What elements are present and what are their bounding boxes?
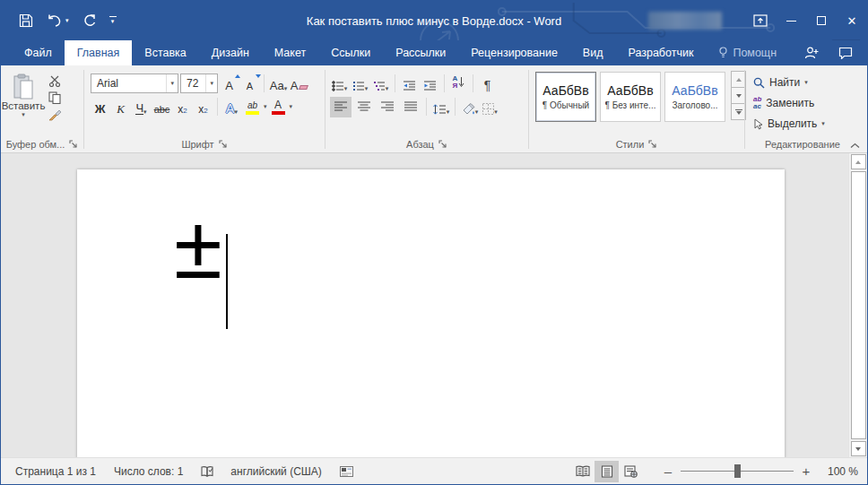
styles-dialog-launcher[interactable] bbox=[648, 140, 657, 149]
document-area[interactable]: ± bbox=[1, 153, 867, 457]
collapse-ribbon-button[interactable] bbox=[850, 143, 860, 149]
zoom-out-button[interactable]: – bbox=[659, 463, 677, 479]
font-family-select[interactable]: Arial ▾ bbox=[91, 74, 178, 93]
tab-review[interactable]: Рецензирование bbox=[458, 40, 570, 65]
font-color-dropdown-arrow[interactable]: ▾ bbox=[290, 103, 293, 110]
strikethrough-button[interactable]: abc bbox=[152, 97, 171, 117]
minimize-button[interactable] bbox=[776, 7, 806, 34]
style-no-spacing[interactable]: АаБбВв ¶ Без инте... bbox=[600, 72, 661, 122]
style-normal[interactable]: АаБбВв ¶ Обычный bbox=[535, 72, 596, 122]
tab-design[interactable]: Дизайн bbox=[199, 40, 262, 65]
save-button[interactable] bbox=[19, 13, 33, 28]
close-button[interactable]: ✕ bbox=[837, 7, 867, 34]
text-cursor bbox=[226, 234, 228, 329]
font-color-button[interactable]: А bbox=[269, 97, 288, 117]
tab-insert[interactable]: Вставка bbox=[132, 40, 198, 65]
decrease-indent-button[interactable] bbox=[400, 74, 419, 94]
style-heading1[interactable]: АаБбВв Заголово... bbox=[664, 72, 725, 122]
ribbon-display-options-button[interactable] bbox=[745, 7, 776, 34]
read-mode-view-button[interactable] bbox=[570, 461, 595, 482]
scroll-up-button[interactable] bbox=[851, 154, 866, 169]
tab-view[interactable]: Вид bbox=[570, 40, 616, 65]
find-button[interactable]: Найти ▾ bbox=[753, 74, 859, 91]
scroll-down-button[interactable] bbox=[851, 441, 866, 456]
format-painter-icon[interactable] bbox=[48, 108, 62, 121]
plus-minus-symbol: ± bbox=[174, 204, 222, 291]
language-indicator[interactable]: английский (США) bbox=[230, 465, 321, 478]
print-layout-view-button[interactable] bbox=[595, 461, 619, 482]
zoom-slider-thumb[interactable] bbox=[734, 464, 741, 478]
subscript-button[interactable]: x2 bbox=[173, 97, 192, 117]
italic-button[interactable]: К bbox=[111, 97, 130, 117]
zoom-slider-track[interactable] bbox=[681, 471, 794, 472]
justify-button[interactable] bbox=[400, 97, 421, 117]
highlight-dropdown-arrow[interactable]: ▾ bbox=[264, 103, 267, 110]
bullets-button[interactable]: ▾ bbox=[330, 74, 349, 94]
numbering-button[interactable]: ▾ bbox=[351, 74, 369, 94]
maximize-button[interactable] bbox=[806, 7, 837, 34]
vertical-scrollbar[interactable] bbox=[848, 153, 867, 457]
paste-button[interactable]: Вставить ▾ bbox=[2, 68, 45, 136]
zoom-control: – + 100 % bbox=[659, 463, 858, 479]
tab-references[interactable]: Ссылки bbox=[318, 40, 383, 65]
clipboard-dialog-launcher[interactable] bbox=[69, 140, 78, 149]
replace-button[interactable]: ab ac Заменить bbox=[753, 94, 859, 112]
sort-button[interactable]: А Я bbox=[449, 74, 468, 94]
statusbar-right: – + 100 % bbox=[570, 461, 858, 482]
macro-recording-icon[interactable] bbox=[340, 466, 353, 477]
bold-button[interactable]: Ж bbox=[91, 97, 109, 117]
highlight-button[interactable]: ab bbox=[243, 97, 262, 117]
share-person-icon[interactable] bbox=[804, 47, 819, 59]
underline-button[interactable]: Ч▾ bbox=[132, 97, 151, 117]
undo-dropdown-arrow[interactable]: ▾ bbox=[65, 17, 69, 24]
tab-file[interactable]: Файл bbox=[12, 40, 65, 65]
tab-home[interactable]: Главная bbox=[65, 40, 133, 65]
font-size-value: 72 bbox=[187, 77, 198, 90]
show-formatting-marks-button[interactable]: ¶ bbox=[478, 74, 497, 94]
word-count-indicator[interactable]: Число слов: 1 bbox=[114, 465, 183, 478]
align-right-button[interactable] bbox=[377, 97, 398, 117]
paragraph-group: ▾ ▾ bbox=[326, 68, 528, 152]
word-window: ▾ ▾ Как поставить плюс минус в Ворде.doc… bbox=[0, 0, 868, 485]
grow-font-button[interactable]: А bbox=[220, 74, 239, 94]
shrink-font-button[interactable]: А bbox=[240, 74, 259, 94]
line-spacing-button[interactable]: ▾ bbox=[431, 97, 450, 117]
copy-icon[interactable] bbox=[48, 91, 62, 104]
font-dialog-launcher[interactable] bbox=[219, 140, 228, 149]
replace-icon-bottom: ac bbox=[753, 103, 761, 110]
tab-mailings[interactable]: Рассылки bbox=[383, 40, 458, 65]
ribbon: Вставить ▾ bbox=[1, 65, 867, 153]
underline-glyph: Ч bbox=[135, 102, 143, 115]
select-button[interactable]: Выделить ▾ bbox=[753, 115, 859, 133]
zoom-in-button[interactable]: + bbox=[797, 463, 815, 479]
paragraph-dialog-launcher[interactable] bbox=[438, 140, 447, 149]
increase-indent-button[interactable] bbox=[421, 74, 439, 94]
align-left-button[interactable] bbox=[330, 97, 352, 117]
page-number-indicator[interactable]: Страница 1 из 1 bbox=[15, 465, 96, 478]
clear-formatting-button[interactable]: А bbox=[290, 74, 308, 94]
proofing-errors-icon[interactable] bbox=[201, 465, 214, 478]
document-page[interactable]: ± bbox=[77, 169, 785, 457]
change-case-button[interactable]: Aa▾ bbox=[269, 74, 288, 94]
web-layout-view-button[interactable] bbox=[619, 461, 643, 482]
redo-button[interactable] bbox=[82, 14, 96, 28]
customize-quick-access-icon[interactable]: ▾ bbox=[109, 16, 117, 25]
tab-developer[interactable]: Разработчик bbox=[615, 40, 706, 65]
font-color-glyph: А bbox=[274, 100, 282, 110]
align-center-button[interactable] bbox=[353, 97, 375, 117]
scrollbar-thumb[interactable] bbox=[851, 171, 866, 439]
tab-layout[interactable]: Макет bbox=[262, 40, 318, 65]
comments-icon[interactable] bbox=[838, 47, 853, 59]
tab-help[interactable]: Помощн bbox=[706, 40, 789, 65]
superscript-button[interactable]: x2 bbox=[194, 97, 213, 117]
shading-button[interactable]: ▾ bbox=[460, 97, 479, 117]
text-effects-button[interactable]: А▾ bbox=[222, 97, 241, 117]
zoom-level-indicator[interactable]: 100 % bbox=[815, 465, 858, 478]
user-account-blurred[interactable] bbox=[648, 12, 722, 30]
borders-button[interactable]: ▾ bbox=[481, 97, 499, 117]
undo-button[interactable]: ▾ bbox=[47, 14, 69, 27]
cut-icon[interactable] bbox=[48, 75, 62, 87]
font-size-select[interactable]: 72 ▾ bbox=[180, 74, 218, 93]
find-label: Найти bbox=[769, 76, 800, 89]
multilevel-list-button[interactable]: ▾ bbox=[371, 74, 390, 94]
